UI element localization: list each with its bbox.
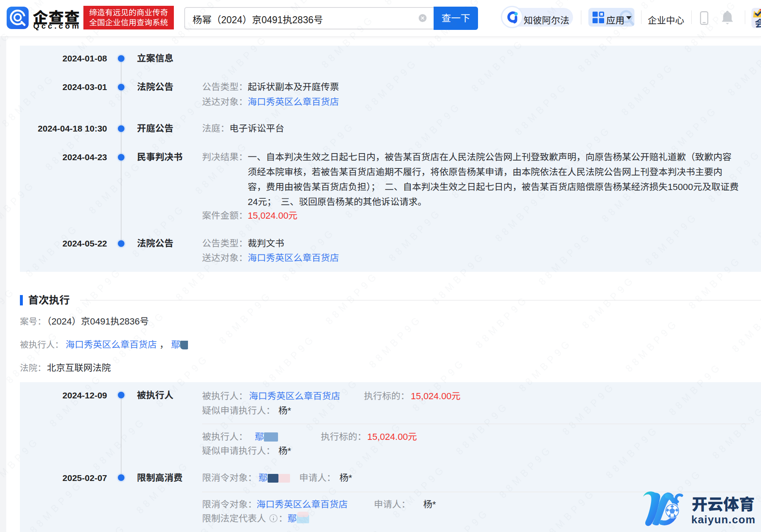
svg-text:开云体育: 开云体育	[692, 492, 755, 515]
svg-text:会: 会	[755, 15, 761, 28]
svg-text:kaiyun.com: kaiyun.com	[691, 513, 756, 526]
